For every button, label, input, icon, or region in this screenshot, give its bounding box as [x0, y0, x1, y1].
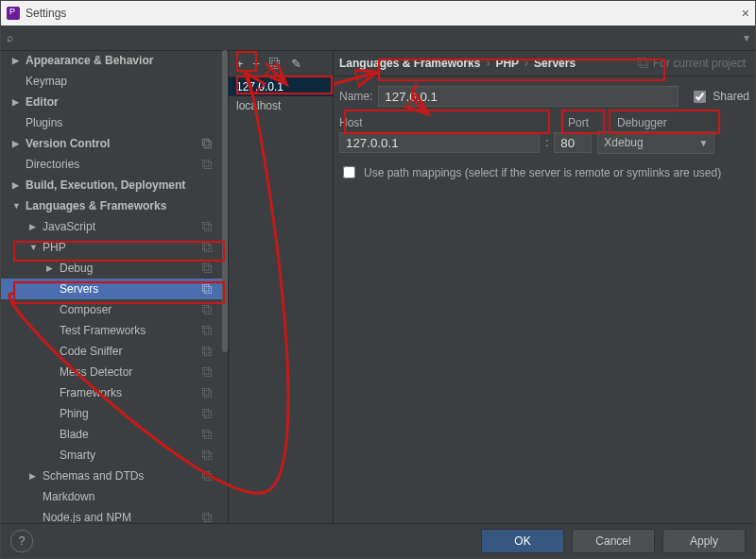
shared-checkbox-container[interactable]: Shared [690, 88, 749, 106]
copy-icon: ⿻ [202, 429, 213, 440]
close-icon[interactable]: × [742, 6, 749, 21]
shared-label: Shared [713, 90, 749, 103]
copy-icon: ⿻ [202, 221, 213, 232]
tree-item-debug[interactable]: ▶Debug⿻ [1, 258, 222, 279]
server-list-item[interactable]: 127.0.0.1 [229, 77, 333, 96]
window-title: Settings [26, 7, 66, 20]
tree-item-blade[interactable]: Blade⿻ [1, 424, 222, 445]
add-server-button[interactable]: + [236, 57, 244, 71]
chevron-right-icon: › [486, 57, 490, 70]
tree-item-directories[interactable]: Directories⿻ [1, 154, 222, 175]
port-input[interactable] [554, 132, 592, 153]
chevron-down-icon[interactable]: ▼ [29, 243, 39, 252]
apply-button[interactable]: Apply [662, 529, 746, 553]
tree-item-label: Composer [60, 303, 202, 316]
chevron-right-icon[interactable]: ▶ [29, 471, 39, 481]
tree-item-label: Editor [26, 95, 222, 109]
copy-server-button[interactable]: ⿻ [269, 57, 282, 71]
copy-icon: ⿻ [202, 449, 213, 461]
chevron-right-icon[interactable]: ▶ [12, 139, 22, 148]
tree-item-label: Code Sniffer [60, 345, 202, 358]
copy-icon: ⿻ [202, 387, 213, 398]
tree-item-label: Phing [60, 407, 202, 420]
tree-item-appearance-behavior[interactable]: ▶Appearance & Behavior [1, 50, 222, 71]
tree-item-smarty[interactable]: Smarty⿻ [1, 445, 222, 466]
tree-item-phing[interactable]: Phing⿻ [1, 403, 222, 424]
dialog-footer: ? OK Cancel Apply [1, 523, 755, 558]
copy-icon: ⿻ [202, 263, 213, 274]
tree-item-mess-detector[interactable]: Mess Detector⿻ [1, 362, 222, 382]
tree-item-label: JavaScript [43, 220, 202, 233]
breadcrumb-part: Servers [534, 57, 576, 70]
paste-server-button[interactable]: ✎ [291, 57, 301, 71]
search-input[interactable] [17, 30, 744, 45]
tree-item-node-js-and-npm[interactable]: Node.js and NPM⿻ [1, 507, 222, 524]
breadcrumb: Languages & Frameworks › PHP › Servers ⿻… [334, 50, 755, 76]
copy-icon: ⿻ [202, 304, 213, 315]
server-list[interactable]: 127.0.0.1localhost [229, 77, 333, 524]
shared-checkbox[interactable] [694, 91, 706, 103]
chevron-down-icon: ▼ [698, 138, 708, 148]
copy-icon: ⿻ [202, 159, 213, 170]
chevron-right-icon[interactable]: ▶ [12, 56, 22, 65]
copy-icon: ⿻ [202, 470, 213, 482]
host-input[interactable] [339, 132, 540, 153]
tree-item-editor[interactable]: ▶Editor [1, 92, 222, 112]
settings-tree[interactable]: ▶Appearance & BehaviorKeymap▶EditorPlugi… [1, 50, 229, 524]
tree-item-label: Appearance & Behavior [26, 54, 222, 67]
tree-item-plugins[interactable]: Plugins [1, 112, 222, 133]
path-mappings-checkbox[interactable] [343, 166, 355, 178]
copy-icon: ⿻ [202, 138, 213, 149]
server-form-panel: Languages & Frameworks › PHP › Servers ⿻… [334, 50, 755, 524]
tree-item-label: Blade [60, 428, 202, 441]
tree-item-label: Build, Execution, Deployment [26, 178, 222, 192]
tree-scrollbar[interactable] [222, 50, 228, 524]
tree-item-languages-frameworks[interactable]: ▼Languages & Frameworks [1, 195, 222, 216]
ok-button[interactable]: OK [481, 529, 564, 553]
tree-item-label: Node.js and NPM [43, 511, 202, 524]
tree-item-build-execution-deployment[interactable]: ▶Build, Execution, Deployment [1, 175, 222, 195]
tree-item-composer[interactable]: Composer⿻ [1, 299, 222, 320]
tree-item-php[interactable]: ▼PHP⿻ [1, 237, 222, 258]
chevron-right-icon[interactable]: ▶ [12, 180, 22, 190]
project-scope-hint: ⿻ For current project [638, 57, 746, 70]
settings-search-bar[interactable]: ⌕ ▾ [1, 25, 755, 51]
port-header: Port [568, 116, 611, 129]
server-name-input[interactable] [378, 86, 679, 107]
tree-item-javascript[interactable]: ▶JavaScript⿻ [1, 216, 222, 237]
tree-item-label: Servers [60, 282, 202, 296]
chevron-right-icon[interactable]: ▶ [46, 263, 56, 273]
cancel-button[interactable]: Cancel [572, 529, 655, 553]
tree-item-label: Keymap [26, 75, 222, 88]
server-list-panel: + − ⿻ ✎ 127.0.0.1localhost [229, 50, 334, 524]
tree-item-test-frameworks[interactable]: Test Frameworks⿻ [1, 320, 222, 341]
tree-item-label: Plugins [26, 116, 222, 129]
chevron-right-icon[interactable]: ▶ [29, 222, 39, 231]
host-port-separator: : [545, 136, 548, 149]
chevron-right-icon[interactable]: ▶ [12, 97, 22, 107]
help-button[interactable]: ? [10, 530, 33, 552]
search-icon: ⌕ [7, 31, 13, 44]
debugger-value: Xdebug [604, 136, 643, 149]
tree-item-schemas-and-dtds[interactable]: ▶Schemas and DTDs⿻ [1, 466, 222, 486]
copy-icon: ⿻ [202, 346, 213, 357]
tree-item-label: Languages & Frameworks [26, 199, 222, 212]
debugger-select[interactable]: Xdebug ▼ [597, 131, 714, 154]
host-header: Host [339, 116, 549, 129]
tree-item-code-sniffer[interactable]: Code Sniffer⿻ [1, 341, 222, 362]
tree-item-frameworks[interactable]: Frameworks⿻ [1, 382, 222, 403]
copy-icon: ⿻ [202, 408, 213, 419]
tree-item-version-control[interactable]: ▶Version Control⿻ [1, 133, 222, 154]
tree-item-label: Directories [26, 158, 202, 171]
tree-item-markdown[interactable]: Markdown [1, 486, 222, 507]
remove-server-button[interactable]: − [253, 57, 261, 71]
path-mappings-label: Use path mappings (select if the server … [364, 166, 721, 179]
chevron-down-icon[interactable]: ▾ [744, 31, 749, 44]
tree-item-keymap[interactable]: Keymap [1, 71, 222, 92]
copy-icon: ⿻ [202, 283, 213, 295]
tree-item-servers[interactable]: Servers⿻ [1, 279, 222, 299]
server-list-item[interactable]: localhost [229, 96, 333, 115]
copy-icon: ⿻ [202, 366, 213, 378]
chevron-down-icon[interactable]: ▼ [12, 201, 22, 211]
name-label: Name: [339, 90, 372, 103]
